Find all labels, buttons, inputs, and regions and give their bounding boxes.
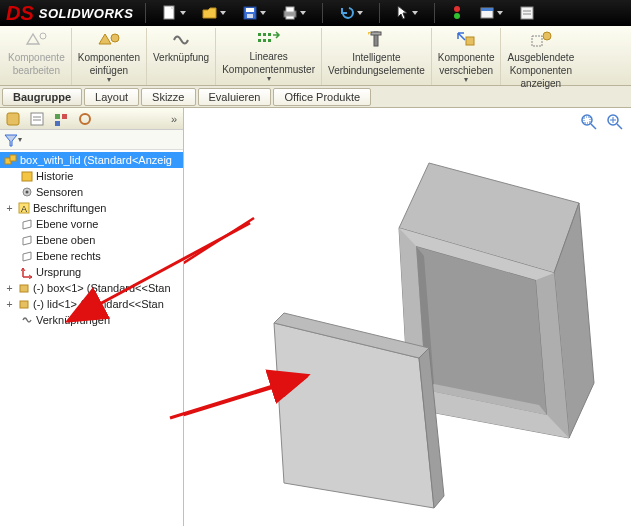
content-area: » ▾ box_with_lid (Standard<Anzeig Histor… xyxy=(0,108,631,526)
svg-rect-17 xyxy=(263,33,266,36)
separator xyxy=(322,3,323,23)
svg-rect-10 xyxy=(481,8,493,11)
svg-rect-18 xyxy=(268,33,271,36)
mates-icon xyxy=(20,313,34,327)
plane-icon xyxy=(20,249,34,263)
rebuild-button[interactable] xyxy=(447,3,467,23)
tree-item-lid[interactable]: + (-) lid<1> (Standard<<Stan xyxy=(0,296,183,312)
ribbon-move-component[interactable]: Komponente verschieben ▾ xyxy=(432,28,502,85)
ribbon: Komponente bearbeiten Komponenten einfüg… xyxy=(0,26,631,86)
model-render xyxy=(184,108,631,526)
ribbon-label: anzeigen xyxy=(521,78,562,89)
new-document-button[interactable] xyxy=(158,3,190,23)
svg-rect-23 xyxy=(371,32,381,35)
part-icon xyxy=(17,281,31,295)
edit-component-icon xyxy=(25,30,47,50)
history-icon xyxy=(20,169,34,183)
tree-item-box[interactable]: + (-) box<1> (Standard<<Stan xyxy=(0,280,183,296)
plane-icon xyxy=(20,217,34,231)
tree-item-verknuepfungen[interactable]: Verknüpfungen xyxy=(0,312,183,328)
options-button[interactable] xyxy=(475,3,507,23)
dropdown-icon: ▾ xyxy=(267,74,271,83)
svg-point-26 xyxy=(543,32,551,40)
svg-rect-19 xyxy=(258,39,261,42)
tree-item-ebene-oben[interactable]: Ebene oben xyxy=(0,232,183,248)
tree-item-sensoren[interactable]: Sensoren xyxy=(0,184,183,200)
svg-rect-2 xyxy=(246,8,254,12)
panel-tab-bar: » xyxy=(0,108,183,130)
svg-rect-5 xyxy=(286,7,294,12)
tree-label: box_with_lid (Standard<Anzeig xyxy=(20,154,172,166)
filter-bar: ▾ xyxy=(0,130,183,150)
svg-point-14 xyxy=(40,33,46,39)
ribbon-label: Komponente xyxy=(8,52,65,63)
help-button[interactable] xyxy=(515,3,539,23)
tree-item-ebene-rechts[interactable]: Ebene rechts xyxy=(0,248,183,264)
svg-rect-32 xyxy=(62,114,67,119)
expand-icon[interactable]: + xyxy=(4,283,15,294)
ribbon-label: Verbindungselemente xyxy=(328,65,425,76)
tree-item-historie[interactable]: Historie xyxy=(0,168,183,184)
tab-evaluieren[interactable]: Evaluieren xyxy=(198,88,272,106)
undo-button[interactable] xyxy=(335,3,367,23)
expand-icon[interactable]: + xyxy=(4,299,15,310)
svg-rect-37 xyxy=(22,172,32,181)
property-manager-tab[interactable] xyxy=(28,110,46,128)
tree-item-beschriftungen[interactable]: + A Beschriftungen xyxy=(0,200,183,216)
ribbon-insert-components[interactable]: Komponenten einfügen ▾ xyxy=(72,28,147,85)
tree-item-ebene-vorne[interactable]: Ebene vorne xyxy=(0,216,183,232)
tab-baugruppe[interactable]: Baugruppe xyxy=(2,88,82,106)
open-button[interactable] xyxy=(198,3,230,23)
filter-icon[interactable]: ▾ xyxy=(4,131,22,149)
ribbon-linear-pattern[interactable]: Lineares Komponentenmuster ▾ xyxy=(216,28,322,85)
svg-rect-3 xyxy=(247,14,253,18)
separator xyxy=(379,3,380,23)
ribbon-mate[interactable]: Verknüpfung xyxy=(147,28,216,85)
tree-label: Ebene rechts xyxy=(36,250,101,262)
svg-rect-20 xyxy=(263,39,266,42)
tree-label: Ebene oben xyxy=(36,234,95,246)
ribbon-label: Ausgeblendete xyxy=(507,52,574,63)
tab-layout[interactable]: Layout xyxy=(84,88,139,106)
ribbon-show-hidden[interactable]: Ausgeblendete Komponenten anzeigen xyxy=(501,28,580,85)
tab-office-produkte[interactable]: Office Produkte xyxy=(273,88,371,106)
graphics-viewport[interactable] xyxy=(184,108,631,526)
svg-rect-21 xyxy=(268,39,271,42)
separator xyxy=(434,3,435,23)
svg-rect-16 xyxy=(258,33,261,36)
ribbon-label: Komponenten xyxy=(78,52,140,63)
tree-label: Verknüpfungen xyxy=(36,314,110,326)
svg-rect-25 xyxy=(532,36,542,46)
svg-rect-28 xyxy=(31,113,43,125)
ribbon-label: Komponente xyxy=(438,52,495,63)
save-button[interactable] xyxy=(238,3,270,23)
titlebar: DS SOLIDWORKS xyxy=(0,0,631,26)
feature-manager: » ▾ box_with_lid (Standard<Anzeig Histor… xyxy=(0,108,184,526)
panel-expand-icon[interactable]: » xyxy=(171,113,179,125)
svg-rect-43 xyxy=(20,301,28,308)
select-button[interactable] xyxy=(392,3,422,23)
tree-label: Sensoren xyxy=(36,186,83,198)
ribbon-edit-component[interactable]: Komponente bearbeiten xyxy=(2,28,72,85)
expand-icon[interactable]: + xyxy=(4,203,15,214)
tab-skizze[interactable]: Skizze xyxy=(141,88,195,106)
svg-rect-42 xyxy=(20,285,28,292)
show-hidden-icon xyxy=(530,30,552,50)
logo-name: SOLIDWORKS xyxy=(39,6,134,21)
tree-item-ursprung[interactable]: Ursprung xyxy=(0,264,183,280)
configuration-manager-tab[interactable] xyxy=(52,110,70,128)
feature-tree[interactable]: box_with_lid (Standard<Anzeig Historie S… xyxy=(0,150,183,526)
ribbon-label: Verknüpfung xyxy=(153,52,209,63)
tree-label: (-) lid<1> (Standard<<Stan xyxy=(33,298,164,310)
ribbon-label: Komponenten xyxy=(510,65,572,76)
tree-label: Ursprung xyxy=(36,266,81,278)
dimxpert-tab[interactable] xyxy=(76,110,94,128)
app-logo: DS SOLIDWORKS xyxy=(6,2,133,25)
feature-tree-tab[interactable] xyxy=(4,110,22,128)
tree-root[interactable]: box_with_lid (Standard<Anzeig xyxy=(0,152,183,168)
tabstrip: Baugruppe Layout Skizze Evaluieren Offic… xyxy=(0,86,631,108)
plane-icon xyxy=(20,233,34,247)
ribbon-smart-fasteners[interactable]: Intelligente Verbindungselemente xyxy=(322,28,432,85)
print-button[interactable] xyxy=(278,3,310,23)
dropdown-icon: ▾ xyxy=(464,75,468,84)
